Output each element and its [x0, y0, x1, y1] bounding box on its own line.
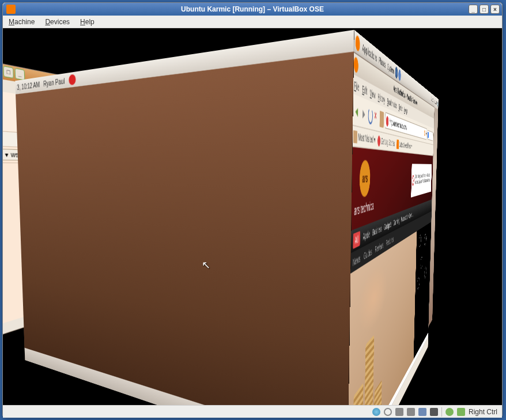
- fx-menu-bookmarks[interactable]: Bookmarks: [387, 96, 397, 109]
- fx-menu-view[interactable]: View: [370, 87, 376, 100]
- gnome-bottom-panel[interactable]: segphault: [25, 348, 348, 405]
- help-launcher-icon[interactable]: [398, 69, 401, 81]
- shutdown-icon[interactable]: [69, 74, 75, 85]
- promo-banner[interactable]: → Learn how you can improve efficiencies…: [411, 164, 432, 197]
- menu-machine[interactable]: Machine: [9, 18, 35, 26]
- bookmark-most-visited[interactable]: Most Visited▾: [353, 130, 375, 145]
- nav-gadgets[interactable]: Gadgets: [384, 219, 391, 231]
- fx-menu-edit[interactable]: Edit: [362, 83, 367, 96]
- chevron-down-icon: ▾: [411, 142, 412, 150]
- display-led-icon[interactable]: [430, 408, 438, 416]
- fb-maximize-button[interactable]: □: [3, 66, 14, 78]
- nav-features[interactable]: Features: [386, 234, 394, 248]
- page-icon: [377, 135, 380, 146]
- shared-folder-led-icon[interactable]: [418, 408, 426, 416]
- forward-button[interactable]: ►: [361, 103, 367, 123]
- fx-menu-tools[interactable]: Tools: [399, 102, 403, 112]
- search-box[interactable]: [427, 130, 433, 141]
- bookmark-latest-headlines[interactable]: Latest Headlines▾: [397, 139, 412, 150]
- folder-icon: [353, 130, 357, 143]
- virtualbox-title: Ubuntu Karmic [Running] – VirtualBox OSE: [181, 5, 324, 13]
- fx-menu-history[interactable]: History: [378, 91, 386, 104]
- home-button[interactable]: [380, 110, 384, 127]
- menu-places[interactable]: Places: [378, 54, 387, 70]
- ars-wordmark: ars technica: [354, 198, 373, 218]
- mouse-integration-icon[interactable]: [445, 408, 454, 416]
- rss-icon: [397, 139, 399, 149]
- virtualbox-statusbar: Right Ctrl: [3, 405, 502, 418]
- side-image[interactable]: [414, 222, 432, 359]
- nav-all[interactable]: All: [353, 230, 360, 248]
- favicon-icon: [386, 115, 389, 126]
- ars-logo-icon[interactable]: ars: [359, 160, 370, 198]
- fx-menu-file[interactable]: File: [354, 78, 359, 93]
- google-icon: [428, 131, 429, 138]
- bookmark-getting-started[interactable]: Getting Started: [377, 135, 395, 148]
- firefox-window[interactable]: Ars Technica - Mozilla Firefox File Edit…: [345, 51, 434, 405]
- nav-guides[interactable]: Guides: [364, 246, 372, 261]
- chevron-down-icon: ▾: [5, 151, 8, 158]
- virtualbox-window: Ubuntu Karmic [Running] – VirtualBox OSE…: [2, 2, 503, 418]
- back-button[interactable]: ◄: [354, 100, 360, 120]
- firefox-icon: [354, 56, 358, 74]
- nav-open[interactable]: Open...: [409, 210, 413, 220]
- network-led-icon[interactable]: [395, 408, 403, 416]
- nav-news[interactable]: News: [353, 252, 361, 267]
- nav-reviews[interactable]: Reviews: [375, 240, 384, 254]
- cd-led-icon[interactable]: [384, 408, 392, 416]
- menu-help[interactable]: Help: [80, 18, 95, 26]
- virtualbox-icon: [6, 5, 16, 14]
- nav-microsoft[interactable]: Microsoft: [401, 213, 407, 223]
- nav-apple[interactable]: Apple: [363, 228, 370, 241]
- menu-devices[interactable]: Devices: [45, 18, 70, 26]
- arrow-icon: →: [412, 175, 414, 186]
- dropdown-icon[interactable]: ▾: [426, 131, 426, 138]
- host-key-label: Right Ctrl: [469, 408, 497, 416]
- nav-gaming[interactable]: Gaming: [393, 216, 399, 227]
- reload-button[interactable]: [368, 105, 373, 124]
- virtualbox-menubar: Machine Devices Help: [3, 16, 502, 28]
- usb-led-icon[interactable]: [407, 408, 415, 416]
- virtualbox-titlebar: Ubuntu Karmic [Running] – VirtualBox OSE…: [3, 3, 502, 16]
- panel-date[interactable]: 3, 10:12 AM: [15, 80, 41, 92]
- hdd-led-icon[interactable]: [372, 408, 380, 416]
- minimize-button[interactable]: _: [469, 5, 478, 14]
- menu-system[interactable]: System: [387, 60, 395, 76]
- ubuntu-logo-icon[interactable]: [356, 34, 360, 52]
- fb-minimize-button[interactable]: _: [14, 68, 25, 81]
- page-content[interactable]: ars ars technica → Learn how you can imp…: [346, 147, 433, 405]
- chevron-down-icon: ▾: [374, 135, 375, 145]
- close-button[interactable]: ×: [490, 5, 500, 14]
- stop-button[interactable]: ✕: [374, 109, 378, 125]
- promo-text: Learn how you can improve efficiencies w…: [415, 173, 432, 186]
- fx-menu-help[interactable]: Help: [404, 105, 407, 115]
- maximize-button[interactable]: □: [479, 5, 489, 14]
- nav-business[interactable]: Business: [372, 224, 382, 237]
- keyboard-capture-icon[interactable]: [457, 408, 465, 416]
- gnome-top-panel[interactable]: 3, 10:12 AM Ryan Paul: [15, 30, 354, 94]
- volume-icon[interactable]: 🔊: [437, 100, 439, 107]
- firefox-launcher-icon[interactable]: [395, 66, 398, 80]
- panel-user[interactable]: Ryan Paul: [41, 77, 67, 88]
- guest-display[interactable]: segphault - File Browser _ □ × File Edit…: [3, 28, 502, 405]
